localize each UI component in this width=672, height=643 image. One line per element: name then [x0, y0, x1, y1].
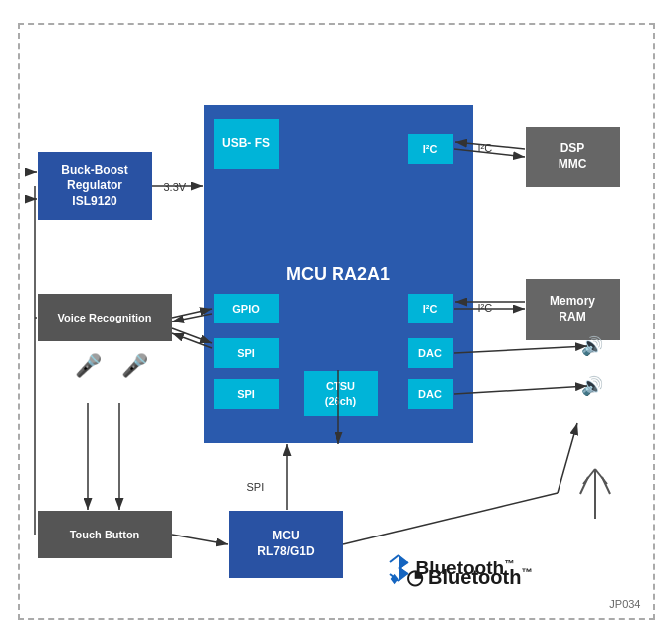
- voltage-label: 3.3V: [164, 181, 187, 193]
- mic-right-icon: 🎤: [121, 353, 148, 379]
- svg-line-33: [390, 555, 399, 562]
- svg-line-34: [390, 574, 399, 581]
- antenna-icon: [575, 459, 615, 519]
- bluetooth-logo-svg: [388, 553, 410, 583]
- usb-fs-block: USB- FS: [214, 119, 279, 169]
- jp034-label: JP034: [609, 598, 640, 610]
- speaker-bot-icon: 🔊: [581, 375, 603, 397]
- i2c-right-mid-label: I²C: [478, 302, 493, 314]
- diagram-container: MCU RA2A1 USB- FS I²C GPIO I²C SPI CTSU(…: [18, 23, 655, 620]
- svg-line-19: [454, 386, 587, 394]
- svg-line-22: [172, 535, 228, 544]
- svg-line-24: [343, 493, 558, 544]
- mic-left-icon: 🎤: [75, 353, 102, 379]
- spi-top-block: SPI: [214, 338, 279, 368]
- i2c-top-block: I²C: [408, 134, 453, 164]
- i2c-right-top-label: I²C: [478, 142, 493, 154]
- ctsu-block: CTSU(26ch): [304, 371, 378, 416]
- svg-line-4: [602, 477, 610, 494]
- dac-bot-block: DAC: [408, 379, 453, 409]
- svg-line-3: [580, 477, 588, 494]
- buck-boost-block: Buck-BoostRegulatorISL9120: [38, 152, 152, 220]
- microphone-area: 🎤 🎤: [75, 353, 148, 379]
- spi-bottom-label: SPI: [247, 481, 265, 493]
- memory-ram-block: MemoryRAM: [526, 279, 620, 340]
- speaker-top-icon: 🔊: [581, 335, 603, 357]
- bluetooth-brand: Bluetooth™: [388, 553, 515, 583]
- voice-recognition-block: Voice Recognition: [38, 294, 172, 341]
- dac-top-block: DAC: [408, 338, 453, 368]
- i2c-mid-block: I²C: [408, 294, 453, 323]
- svg-line-18: [454, 346, 587, 353]
- dsp-mmc-block: DSPMMC: [526, 127, 620, 187]
- bluetooth-text: Bluetooth™: [416, 557, 515, 579]
- spi-bot-block: SPI: [214, 379, 279, 409]
- mcu-rl78-block: MCURL78/G1D: [229, 511, 343, 578]
- touch-button-block: Touch Button: [38, 511, 172, 558]
- mcu-label: MCU RA2A1: [286, 264, 390, 285]
- gpio-block: GPIO: [214, 294, 279, 323]
- svg-line-25: [558, 423, 577, 493]
